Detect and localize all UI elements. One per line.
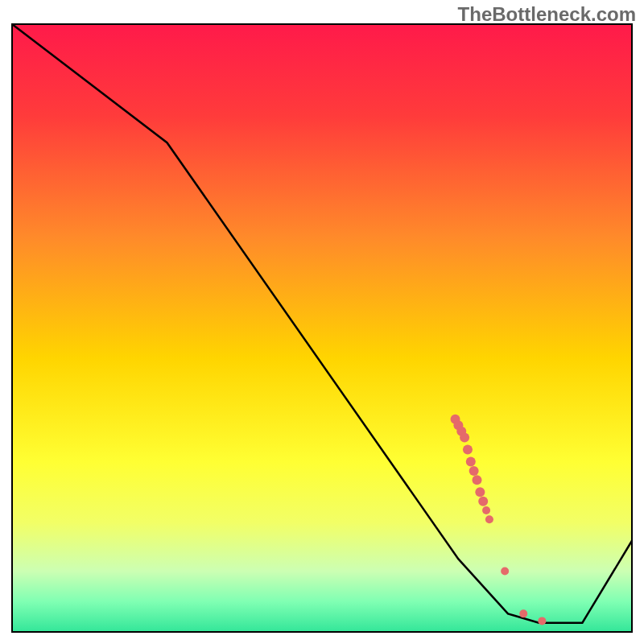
data-marker — [538, 617, 546, 625]
data-marker — [469, 466, 479, 476]
data-marker — [501, 568, 509, 576]
chart-svg — [0, 0, 644, 644]
watermark-text: TheBottleneck.com — [458, 3, 636, 26]
data-marker — [473, 475, 482, 485]
data-marker — [482, 506, 490, 514]
plot-background — [12, 24, 632, 632]
data-marker — [466, 457, 476, 467]
data-marker — [463, 445, 473, 455]
data-marker — [460, 432, 469, 442]
chart-container: { "watermark": "TheBottleneck.com", "cha… — [0, 0, 644, 644]
data-marker — [519, 609, 527, 617]
data-marker — [485, 515, 493, 523]
data-marker — [475, 487, 485, 497]
data-marker — [478, 497, 488, 506]
